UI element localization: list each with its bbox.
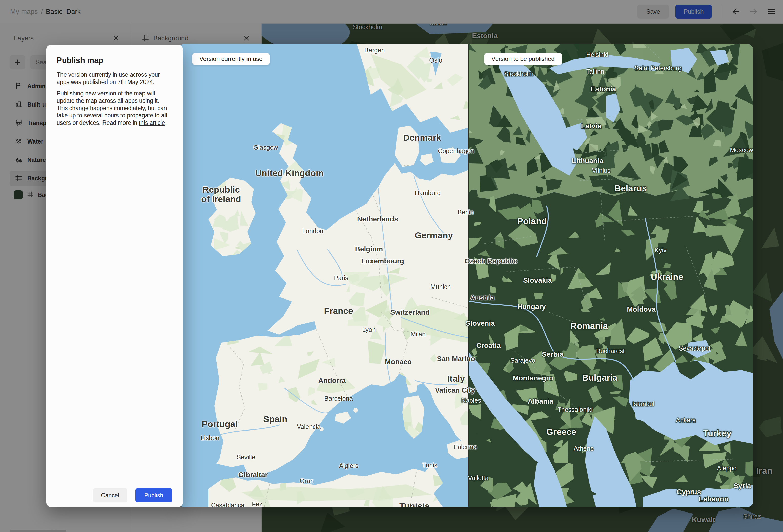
version-published-chip: Version to be published	[484, 53, 562, 65]
light-map-canvas	[179, 44, 468, 507]
map-editor-app: { "top_bar": { "breadcrumb": { "root": "…	[0, 0, 783, 532]
modal-paragraph-2: Publishing new version of the map will u…	[57, 90, 170, 127]
publish-map-modal: Publish map The version currently in use…	[46, 45, 183, 507]
cancel-button[interactable]: Cancel	[93, 488, 127, 502]
dark-map-canvas	[468, 44, 753, 507]
modal-paragraph-1: The version currently in use across your…	[57, 71, 170, 86]
modal-publish-button[interactable]: Publish	[135, 488, 172, 502]
compare-split-divider[interactable]	[468, 44, 469, 507]
modal-paragraph-2-suffix: .	[165, 120, 166, 126]
this-article-link[interactable]: this article	[139, 120, 165, 126]
version-current-chip: Version currently in use	[192, 53, 270, 65]
map-version-to-publish[interactable]	[468, 44, 753, 507]
map-version-current[interactable]	[179, 44, 468, 507]
modal-title: Publish map	[57, 56, 170, 65]
modal-actions: Cancel Publish	[93, 488, 172, 502]
version-compare-view: BergenOsloGlasgowUnited KingdomRepublic …	[179, 44, 753, 507]
